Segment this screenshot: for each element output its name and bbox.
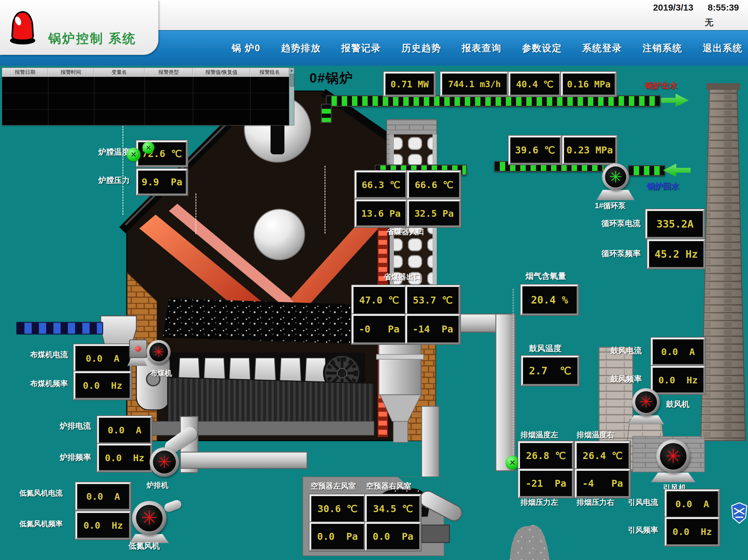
return-pressure-readout: 0.23 MPa: [562, 136, 617, 165]
fan-base: [651, 472, 696, 482]
furnace-pressure-readout: 9.9 Pa: [136, 169, 188, 195]
fan-impeller-icon: ✳: [136, 505, 163, 532]
lownox-freq-readout: 0.0 Hz: [75, 511, 131, 539]
col-alarm-date: 报警日期: [2, 68, 48, 77]
alarm-table: 报警日期 报警时间 变量名 报警类型 报警值/恢复值 报警组名 ▲: [2, 68, 295, 125]
grate-motor-icon[interactable]: ✳: [149, 447, 179, 477]
fan-impeller-icon: ✳: [153, 451, 176, 473]
induced-current-readout: 0.0 A: [665, 489, 720, 518]
table-row: [2, 110, 289, 126]
flue-temp-left-readout: 26.8 ℃: [518, 441, 574, 470]
indicator-dot-icon: [135, 346, 141, 352]
coal-conveyor: [16, 322, 103, 335]
grate-current-readout: 0.0 A: [97, 416, 152, 444]
coal-feeder-label: 布煤机: [150, 368, 172, 378]
flue-oxygen-label: 烟气含氧量: [525, 271, 566, 282]
econ-outlet-press2-readout: -14 Pa: [405, 314, 460, 344]
induced-fan-icon[interactable]: ✳: [656, 439, 690, 473]
col-alarm-type: 报警类型: [144, 68, 193, 77]
flue-press-right-readout: -4 Pa: [575, 469, 630, 498]
blast-temp-readout: 2.7 ℃: [521, 356, 579, 386]
scroll-up-icon[interactable]: ▲: [289, 68, 294, 73]
flue-press-right-label: 排烟压力右: [577, 497, 614, 507]
lownox-current-readout: 0.0 A: [75, 482, 131, 511]
blast-fan-icon[interactable]: ✳: [632, 388, 660, 416]
guide-line: [513, 289, 514, 458]
feeder-drive-icon[interactable]: [127, 338, 147, 366]
low-nox-fan-icon[interactable]: ✳: [132, 501, 166, 535]
blast-current-readout: 0.0 A: [651, 338, 705, 366]
econ-inlet-press1-readout: 13.6 Pa: [355, 199, 407, 227]
coal-feeder-fan-icon[interactable]: ✳: [146, 340, 171, 364]
grate-label: 炉排机: [146, 481, 168, 490]
grate-freq-label: 炉排频率: [60, 452, 91, 463]
econ-inlet-temp2-readout: 66.6 ℃: [407, 171, 461, 199]
col-alarm-value: 报警值/恢复值: [193, 68, 250, 77]
feeder-freq-label: 布煤机频率: [30, 379, 68, 389]
pump-base: [597, 190, 635, 200]
circpump-freq-readout: 45.2 Hz: [647, 239, 705, 269]
outlet-water-label: 锅炉出水: [645, 80, 677, 91]
outlet-pipe: [326, 95, 660, 107]
blast-freq-readout: 0.0 Hz: [651, 366, 705, 394]
airpre-right-label: 空预器右风室: [366, 481, 412, 491]
flue-temp-right-readout: 26.4 ℃: [575, 441, 630, 470]
outlet-pressure-readout: 0.16 MPa: [561, 72, 616, 96]
return-water-label: 锅炉回水: [647, 181, 679, 192]
blast-freq-label: 鼓风频率: [610, 374, 642, 384]
col-variable-name: 变量名: [94, 68, 144, 77]
table-row: [2, 77, 289, 93]
guide-line: [325, 166, 325, 234]
return-temp-readout: 39.6 ℃: [509, 136, 562, 165]
low-nox-fan-label: 低氮风机: [128, 541, 160, 551]
feeder-current-label: 布煤机电流: [30, 350, 68, 360]
airpre-left-label: 空预器左风室: [311, 481, 356, 491]
grate-freq-readout: 0.0 Hz: [97, 444, 152, 472]
furnace-temp-label: 炉膛温度: [98, 147, 130, 157]
airpre-left-press-readout: 0.0 Pa: [309, 522, 366, 551]
fan-impeller-icon: ✳: [660, 443, 686, 469]
outlet-temp-readout: 40.4 ℃: [509, 72, 561, 96]
feeder-current-readout: 0.0 A: [74, 344, 132, 372]
circpump-current-label: 循环泵电流: [602, 218, 640, 229]
fan-impeller-icon: ✳: [635, 391, 657, 413]
alarm-table-header: 报警日期 报警时间 变量名 报警类型 报警值/恢复值 报警组名: [2, 68, 289, 77]
econ-outlet-temp1-readout: 47.0 ℃: [352, 285, 406, 315]
grate-current-label: 炉排电流: [60, 421, 91, 431]
econ-inlet-temp1-readout: 66.3 ℃: [355, 171, 407, 199]
valve-indicator-icon[interactable]: ✕: [127, 148, 141, 162]
pump-impeller-icon: ✳: [605, 166, 626, 188]
col-alarm-time: 报警时间: [48, 68, 94, 77]
fan-impeller-icon: ✳: [149, 343, 168, 361]
blast-temp-label: 鼓风温度: [529, 343, 562, 354]
airpre-right-temp-readout: 34.5 ℃: [365, 494, 421, 523]
boiler-name: 0#锅炉: [309, 69, 353, 87]
circpump-current-readout: 335.2A: [646, 209, 705, 239]
induced-freq-readout: 0.0 Hz: [665, 517, 720, 546]
table-row: [2, 93, 289, 109]
induced-freq-label: 引风频率: [628, 525, 658, 535]
induced-current-label: 引风电流: [628, 497, 658, 507]
lownox-current-label: 低氮风机电流: [19, 488, 63, 498]
econ-inlet-press2-readout: 32.5 Pa: [407, 199, 461, 227]
blast-current-label: 鼓风电流: [610, 345, 642, 356]
scrollbar-thumb[interactable]: [290, 74, 294, 87]
circulation-pump-label: 1#循环泵: [595, 201, 626, 211]
circulation-pump-icon[interactable]: ✳: [602, 163, 629, 191]
valve-indicator-icon[interactable]: ✕: [142, 142, 155, 154]
alarm-table-scrollbar[interactable]: ▲: [289, 68, 294, 125]
flue-oxygen-readout: 20.4 %: [520, 285, 579, 315]
col-alarm-group: 报警组名: [250, 68, 289, 77]
econ-inlet-label: 省煤器入口: [387, 227, 424, 237]
guide-line: [195, 194, 196, 234]
valve-indicator-icon[interactable]: ✕: [506, 456, 519, 469]
outlet-pipe-elbow: [321, 104, 332, 123]
flue-temp-right-label: 排烟温度右: [577, 430, 614, 440]
blast-fan-label: 鼓风机: [666, 399, 689, 410]
feeder-freq-readout: 0.0 Hz: [74, 371, 132, 400]
airpre-right-press-readout: 0.0 Pa: [365, 522, 421, 551]
fan-base: [628, 415, 664, 424]
boiler-hmi-screen: 2019/3/13 8:55:39 无 锅 炉0 趋势排放 报警记录 历史趋势 …: [0, 0, 748, 560]
circpump-freq-label: 循环泵频率: [602, 248, 640, 259]
flue-temp-left-label: 排烟温度左: [520, 430, 558, 440]
